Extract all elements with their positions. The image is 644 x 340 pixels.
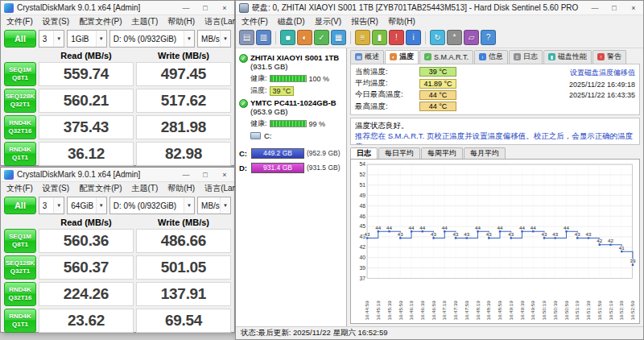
partition-usage-c[interactable]: C: 449.2 GB (952.9 GB) — [239, 148, 343, 159]
help-icon[interactable]: ? — [481, 30, 496, 45]
rnd4k-q32t16-button[interactable]: RND4K Q32T16 — [4, 282, 36, 306]
menu-help[interactable]: 帮助(H) — [167, 183, 195, 194]
menu-disk[interactable]: 磁盘(D) — [278, 16, 305, 27]
tab-7[interactable]: !警告 — [592, 50, 626, 64]
maximize-button[interactable]: □ — [196, 1, 215, 15]
close-button[interactable]: × — [215, 168, 234, 181]
graph-tab-weekly[interactable]: 每周平均 — [421, 147, 463, 160]
toolbar-separator — [275, 31, 276, 44]
menu-settings[interactable]: 设置(S) — [43, 183, 69, 194]
tab-5[interactable]: ≡日志 — [509, 50, 543, 64]
titlebar[interactable]: CrystalDiskMark 9.0.1 x64 [Admin] — □ × — [1, 168, 234, 182]
menu-profile[interactable]: 配置文件(P) — [79, 16, 122, 27]
menubar: 文件(F) 设置(S) 配置文件(P) 主题(T) 帮助(H) 语言(Langu… — [1, 15, 234, 27]
temperature-icon[interactable]: ◐ — [297, 30, 312, 45]
current-temp-row: 当前温度: 39 °C — [355, 67, 522, 77]
disk2-partition-row[interactable]: C: — [250, 131, 343, 140]
write-result: 281.98 — [136, 115, 231, 139]
test-count-select[interactable]: 3 ▼ — [39, 30, 64, 48]
svg-text:16:50:39: 16:50:39 — [552, 301, 558, 321]
graph-tab-log[interactable]: 日志 — [350, 147, 378, 160]
read-result: 560.36 — [39, 229, 134, 253]
tab-2[interactable]: ◐温度 — [385, 50, 419, 64]
current-temp-value: 39 °C — [419, 67, 456, 77]
info-icon[interactable]: i — [406, 30, 421, 45]
settings-icon[interactable]: * — [447, 30, 462, 45]
menu-file[interactable]: 文件(F) — [242, 16, 268, 27]
usb-disk-icon[interactable]: ▥ — [256, 30, 271, 45]
seq128k-q32t1-button[interactable]: SEQ128K Q32T1 — [4, 255, 36, 280]
target-drive-select[interactable]: D: 0% (0/932GiB) ▼ — [109, 197, 195, 214]
graph-tab-monthly[interactable]: 每月平均 — [464, 147, 506, 160]
read-result: 560.37 — [39, 255, 134, 280]
disk-item-zhitai[interactable]: ✓ ZHITAI XIAOYI S001 1TB (931.5 GB) — [239, 53, 343, 72]
tab-3[interactable]: ✓S.M.A.R.T. — [419, 50, 473, 64]
svg-text:42: 42 — [608, 238, 613, 244]
report-icon[interactable]: ≡ — [355, 30, 370, 45]
surface-test-icon[interactable]: ▦ — [331, 30, 346, 45]
maximize-button[interactable]: □ — [196, 168, 215, 181]
menu-report[interactable]: 报告(R) — [351, 16, 378, 27]
svg-text:44: 44 — [419, 225, 425, 230]
menu-settings[interactable]: 设置(S) — [43, 16, 69, 27]
maximize-button[interactable]: □ — [605, 1, 624, 15]
menu-help[interactable]: 帮助(H) — [167, 16, 195, 27]
menu-theme[interactable]: 主题(T) — [131, 16, 158, 27]
chart-icon[interactable]: ▮ — [372, 30, 387, 45]
temp-offset-link[interactable]: 设置磁盘温度偏移值 — [570, 68, 635, 78]
seq128k-q32t1-button[interactable]: SEQ128K Q32T1 — [4, 89, 36, 113]
read-result: 224.26 — [39, 282, 134, 306]
close-button[interactable]: × — [215, 1, 234, 15]
minimize-button[interactable]: — — [585, 1, 605, 15]
bench-row-seq128k-q32t1: SEQ128K Q32T1 560.37 501.05 — [1, 255, 234, 280]
menu-file[interactable]: 文件(F) — [6, 183, 33, 194]
temperature-summary-panel: 当前温度: 39 °C 平均温度: 41.89 °C 今日最高温度: 44 °C… — [350, 64, 640, 115]
menu-help[interactable]: 帮助(H) — [388, 16, 415, 27]
smart-icon[interactable]: ✓ — [314, 30, 329, 45]
alert-icon[interactable]: ! — [389, 30, 404, 45]
rnd4k-q1t1-button[interactable]: RND4K Q1T1 — [4, 142, 36, 166]
menu-profile[interactable]: 配置文件(P) — [79, 183, 122, 194]
menu-file[interactable]: 文件(F) — [6, 16, 33, 27]
svg-text:16:50:19: 16:50:19 — [541, 301, 547, 321]
tab-label: 温度 — [399, 52, 414, 62]
svg-text:49: 49 — [359, 193, 365, 198]
menu-theme[interactable]: 主题(T) — [131, 183, 158, 194]
seq1m-q8t1-button[interactable]: SEQ1M Q8T1 — [4, 62, 36, 86]
rnd4k-q1t1-button[interactable]: RND4K Q1T1 — [4, 309, 36, 333]
overview-icon[interactable]: ■ — [280, 30, 295, 45]
main-content: ▤概述◐温度✓S.M.A.R.T.i信息≡日志▮磁盘性能!警告 当前温度: 39… — [347, 48, 643, 326]
target-drive-select[interactable]: D: 0% (0/932GiB) ▼ — [109, 30, 195, 48]
rnd4k-q32t16-button[interactable]: RND4K Q32T16 — [4, 115, 36, 139]
unit-select[interactable]: MB/s ▼ — [197, 197, 231, 214]
all-test-button[interactable]: All — [4, 197, 36, 214]
all-test-button[interactable]: All — [4, 30, 36, 48]
svg-text:43: 43 — [508, 231, 514, 237]
titlebar[interactable]: 硬盘: 0, ZHITAI XIAOYI S001 1TB [ZYB701TAB… — [236, 1, 643, 15]
seq1m-q8t1-button[interactable]: SEQ1M Q8T1 — [4, 229, 36, 253]
tab-icon: ≡ — [514, 53, 521, 60]
read-result: 23.62 — [39, 309, 134, 333]
titlebar[interactable]: CrystalDiskMark 9.0.1 x64 [Admin] — □ × — [1, 1, 234, 15]
svg-text:43: 43 — [453, 231, 459, 237]
partition-total: (952.9 GB) — [307, 149, 343, 157]
tab-6[interactable]: ▮磁盘性能 — [543, 50, 592, 64]
close-button[interactable]: × — [624, 1, 643, 15]
unit-select[interactable]: MB/s ▼ — [197, 30, 231, 48]
tab-1[interactable]: ▤概述 — [350, 50, 384, 64]
mail-icon[interactable]: ▱ — [464, 30, 479, 45]
test-size-select[interactable]: 64GiB ▼ — [67, 197, 107, 214]
svg-text:44: 44 — [375, 225, 381, 230]
test-size-select[interactable]: 1GiB ▼ — [67, 30, 107, 48]
refresh-icon[interactable]: ↻ — [430, 30, 445, 45]
minimize-button[interactable]: — — [176, 1, 196, 15]
disk-item-ymtc[interactable]: ✓ YMTC PC411-1024GB-B (953.9 GB) — [239, 98, 343, 117]
disk-icon[interactable]: ▤ — [239, 30, 254, 45]
tab-4[interactable]: i信息 — [474, 50, 508, 64]
partition-usage-d[interactable]: D: 931.4 GB (931.5 GB) — [239, 163, 343, 173]
svg-text:43: 43 — [552, 231, 558, 237]
test-count-select[interactable]: 3 ▼ — [39, 197, 64, 214]
graph-tab-daily[interactable]: 每日平均 — [378, 147, 420, 160]
menu-view[interactable]: 显示(V) — [315, 16, 341, 27]
minimize-button[interactable]: — — [176, 168, 196, 181]
